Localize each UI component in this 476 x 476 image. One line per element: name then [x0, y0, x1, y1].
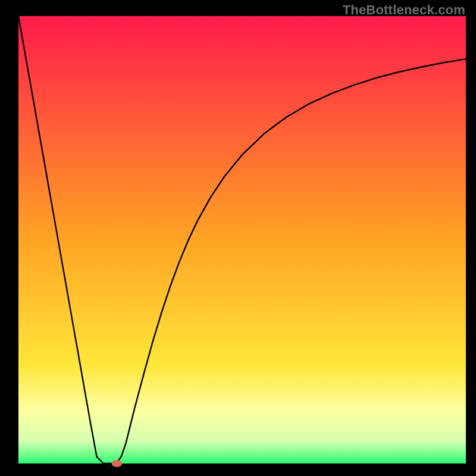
bottleneck-chart — [0, 0, 476, 476]
chart-frame: TheBottleneck.com — [0, 0, 476, 476]
watermark-text: TheBottleneck.com — [343, 2, 465, 18]
optimal-point-marker — [111, 460, 122, 467]
